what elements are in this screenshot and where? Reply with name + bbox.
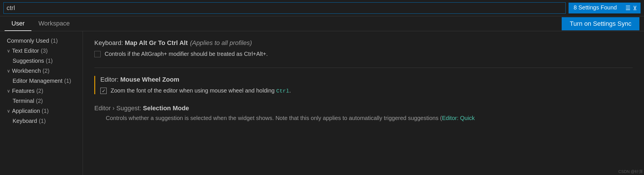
tab-user[interactable]: User <box>5 16 31 31</box>
setting-header-1: Keyboard: Map Alt Gr To Ctrl Alt(Applies… <box>94 39 633 47</box>
sidebar-item-label: Editor Management <box>13 78 63 84</box>
setting-description-3: Controls whether a suggestion is selecte… <box>106 115 633 121</box>
chevron-down-icon: ∨ <box>7 68 10 74</box>
sidebar: Commonly Used (1) ∨ Text Editor (3) Sugg… <box>0 31 83 175</box>
setting-key-1: Map Alt Gr To Ctrl Alt <box>125 39 188 46</box>
setting-keyboard-map-alt-gr: Keyboard: Map Alt Gr To Ctrl Alt(Applies… <box>94 39 633 57</box>
sidebar-item-label: Text Editor <box>12 48 39 54</box>
sidebar-item-features[interactable]: ∨ Features (2) <box>0 86 83 96</box>
sidebar-item-count: (1) <box>51 38 58 44</box>
sidebar-item-label: Features <box>12 88 35 94</box>
sidebar-item-count: (1) <box>46 58 53 64</box>
sidebar-item-workbench[interactable]: ∨ Workbench (2) <box>0 66 83 76</box>
sidebar-item-count: (2) <box>36 98 43 104</box>
setting-prefix-3: Editor › Suggest: <box>94 105 143 112</box>
sync-button[interactable]: Turn on Settings Sync <box>562 17 639 30</box>
editor-quick-link[interactable]: Editor: Quick <box>442 115 474 121</box>
search-bar: 8 Settings Found ☰ ⊻ <box>0 0 644 16</box>
code-ctrl: Ctrl <box>276 88 289 94</box>
setting-checkbox-1[interactable] <box>94 51 101 57</box>
funnel-icon[interactable]: ⊻ <box>633 5 637 11</box>
watermark: CSDN @针湃 <box>618 169 643 174</box>
search-input[interactable] <box>4 3 565 13</box>
sidebar-item-suggestions[interactable]: Suggestions (1) <box>0 56 83 66</box>
sidebar-item-label: Application <box>12 108 40 114</box>
sidebar-item-label: Suggestions <box>13 58 44 64</box>
setting-prefix-2: Editor: <box>100 76 120 83</box>
sidebar-item-application[interactable]: ∨ Application (1) <box>0 106 83 116</box>
setting-key-2: Mouse Wheel Zoom <box>120 76 180 83</box>
chevron-down-icon: ∨ <box>7 48 10 54</box>
sidebar-item-label: Commonly Used <box>7 38 49 44</box>
sidebar-item-label: Keyboard <box>13 118 37 124</box>
setting-checkbox-label-1: Controls if the AltGraph+ modifier shoul… <box>105 51 268 57</box>
chevron-down-icon: ∨ <box>7 108 10 114</box>
sidebar-item-keyboard[interactable]: Keyboard (1) <box>0 116 83 126</box>
sidebar-item-count: (1) <box>42 108 49 114</box>
sidebar-item-label: Terminal <box>13 98 34 104</box>
sidebar-item-terminal[interactable]: Terminal (2) <box>0 96 83 106</box>
content-area: Keyboard: Map Alt Gr To Ctrl Alt(Applies… <box>83 31 644 175</box>
chevron-down-icon: ∨ <box>7 88 10 94</box>
setting-checkbox-2[interactable] <box>100 88 107 94</box>
setting-checkbox-label-2: Zoom the font of the editor when using m… <box>111 87 291 94</box>
sidebar-item-count: (2) <box>36 88 43 94</box>
search-results-badge: 8 Settings Found <box>569 3 622 13</box>
sidebar-item-commonly-used[interactable]: Commonly Used (1) <box>0 36 83 46</box>
sidebar-item-count: (2) <box>43 68 49 74</box>
sidebar-item-count: (3) <box>41 48 47 54</box>
sidebar-item-editor-management[interactable]: Editor Management (1) <box>0 76 83 86</box>
setting-checkbox-row-2: Zoom the font of the editor when using m… <box>100 87 633 94</box>
search-right-group: 8 Settings Found ☰ ⊻ <box>569 3 641 13</box>
tab-workspace[interactable]: Workspace <box>31 16 77 31</box>
setting-profile-note-1: (Applies to all profiles) <box>190 39 252 46</box>
tabs-left: User Workspace <box>5 16 77 31</box>
setting-editor-suggest-selection: Editor › Suggest: Selection Mode Control… <box>94 105 633 121</box>
section-divider-1 <box>94 68 633 68</box>
sidebar-item-text-editor[interactable]: ∨ Text Editor (3) <box>0 46 83 56</box>
search-input-wrapper <box>3 2 566 14</box>
filter-list-icon[interactable]: ☰ <box>625 5 631 11</box>
main-layout: Commonly Used (1) ∨ Text Editor (3) Sugg… <box>0 31 644 175</box>
setting-checkbox-row-1: Controls if the AltGraph+ modifier shoul… <box>94 51 633 57</box>
sidebar-item-label: Workbench <box>12 68 41 74</box>
setting-header-2: Editor: Mouse Wheel Zoom <box>100 76 633 83</box>
setting-mouse-wheel-zoom: Editor: Mouse Wheel Zoom Zoom the font o… <box>94 76 633 94</box>
setting-prefix-1: Keyboard: <box>94 39 125 46</box>
sidebar-item-count: (1) <box>64 78 71 84</box>
sidebar-item-count: (1) <box>39 118 46 124</box>
setting-header-3: Editor › Suggest: Selection Mode <box>94 105 633 112</box>
setting-key-3: Selection Mode <box>143 105 189 112</box>
tabs-bar: User Workspace Turn on Settings Sync <box>0 16 644 31</box>
search-icons: ☰ ⊻ <box>622 3 641 13</box>
